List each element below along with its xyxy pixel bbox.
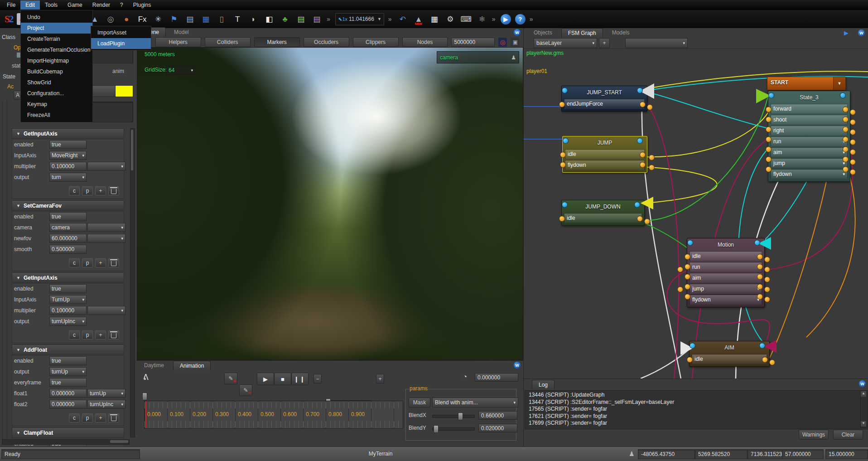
anim-slot-dropdown[interactable]: flydown▾	[690, 295, 762, 305]
wire-junction-dot[interactable]	[850, 129, 856, 135]
zoom-out-button[interactable]: −	[313, 374, 322, 383]
slot-port-left[interactable]	[766, 126, 772, 132]
log-scrollbar[interactable]: ▲▼	[860, 390, 868, 427]
anim-slot-dropdown[interactable]: idle▾	[565, 149, 645, 159]
log-tab[interactable]: Log	[532, 380, 555, 389]
collapse-icon[interactable]: ▼	[16, 131, 20, 136]
add-button[interactable]: +	[95, 330, 106, 340]
slot-port-left[interactable]	[766, 107, 772, 112]
slot-port-left[interactable]	[766, 166, 772, 172]
bonsai-icon[interactable]: ♣	[279, 13, 291, 25]
slot-port-left[interactable]	[560, 162, 566, 168]
paste-button[interactable]: p	[82, 413, 93, 422]
out-port[interactable]	[634, 202, 640, 208]
viewport-button-occluders[interactable]: Occluders	[304, 37, 349, 47]
section-header[interactable]: ▼GetInputAxis	[12, 273, 124, 283]
edit-menu-item-project[interactable]: Project	[21, 23, 92, 34]
keyboard-icon[interactable]: ⌨	[460, 13, 472, 25]
slot-port-right[interactable]	[843, 136, 849, 142]
paste-button[interactable]: p	[82, 186, 93, 195]
window-dock-icon[interactable]: W	[858, 29, 865, 36]
slot-port-right[interactable]	[757, 284, 763, 290]
blendy-value[interactable]: 0.020000	[478, 424, 517, 432]
blendy-slider[interactable]	[432, 427, 475, 431]
slot-port-left[interactable]	[559, 216, 565, 222]
copy-button[interactable]: c	[69, 413, 80, 422]
slot-port-left[interactable]	[685, 274, 690, 280]
slot-port-left[interactable]	[766, 116, 772, 122]
property-ref-dropdown[interactable]: ▾	[87, 306, 125, 315]
copy-button[interactable]: c	[69, 186, 80, 195]
slot-port-left[interactable]	[560, 152, 566, 158]
property-value-field[interactable]: turnUpInc▾	[49, 317, 87, 326]
paste-button[interactable]: p	[82, 258, 93, 267]
in-port[interactable]	[562, 202, 568, 208]
camera-mode-icon[interactable]: ▣	[511, 38, 520, 47]
collapse-icon[interactable]: ▼	[16, 276, 20, 280]
add-button[interactable]: +	[95, 258, 106, 267]
menubar-item-file[interactable]: File	[2, 0, 20, 10]
edit-menu-item-undo[interactable]: Undo	[21, 12, 92, 23]
script-doc-icon[interactable]: ▤	[184, 13, 196, 25]
remove-key-button[interactable]: ✎−	[239, 384, 252, 396]
menubar-item-[interactable]: ?	[115, 0, 128, 10]
anim-slot-dropdown[interactable]: run▾	[771, 136, 848, 146]
property-value-field[interactable]: MoveRight▾	[49, 151, 87, 160]
slot-port-right[interactable]	[757, 294, 763, 300]
wire-junction-dot[interactable]	[764, 286, 770, 292]
play-button[interactable]: ▶	[257, 373, 274, 385]
property-value-field[interactable]: true	[49, 284, 87, 293]
fsm-node-start[interactable]: START▼	[767, 77, 846, 90]
fx-icon[interactable]: Fx	[136, 13, 148, 25]
tab-model[interactable]: Model	[168, 28, 195, 37]
overflow-chevron[interactable]: »	[492, 15, 497, 23]
overflow-chevron[interactable]: »	[530, 15, 534, 23]
slot-port-right[interactable]	[843, 156, 849, 162]
copy-button[interactable]: c	[69, 330, 80, 340]
in-port[interactable]	[768, 92, 774, 98]
fsm-node-state_3[interactable]: State_3forward▾shoot▾right▾run▾aim▾jump▾…	[768, 91, 850, 182]
slot-port-right[interactable]	[843, 116, 849, 122]
anim-slot-dropdown[interactable]: shoot▾	[771, 115, 848, 125]
stop-button[interactable]: ■	[274, 373, 291, 385]
text-tool-icon[interactable]: T	[231, 13, 243, 25]
edit-menu-item-importheightmap[interactable]: ImportHeightmap	[21, 55, 92, 66]
wire-junction-dot[interactable]	[764, 267, 770, 272]
edit-menu-item-freezeall[interactable]: FreezeAll	[21, 110, 92, 121]
wire-junction-dot[interactable]	[850, 109, 856, 115]
property-value-field[interactable]: TurnUp▾	[49, 295, 87, 304]
properties-hscrollbar[interactable]	[2, 439, 130, 445]
slot-port-right[interactable]	[637, 216, 643, 222]
wire-junction-dot[interactable]	[850, 169, 856, 175]
film-reel-icon[interactable]: ✳	[152, 13, 164, 25]
property-ref-dropdown[interactable]: ▾	[87, 223, 125, 232]
property-value-field[interactable]: true	[49, 212, 87, 221]
anim-slot-dropdown[interactable]: idle▾	[690, 251, 762, 261]
property-value-field[interactable]: 0.000000	[49, 389, 87, 398]
wire-junction-dot[interactable]	[644, 218, 650, 224]
property-value-field[interactable]: true	[49, 140, 87, 149]
section-header[interactable]: ▼GetInputAxis	[12, 129, 124, 139]
in-port[interactable]	[562, 87, 568, 93]
slot-port-left[interactable]	[766, 156, 772, 162]
wire-junction-dot[interactable]	[764, 277, 770, 282]
anim-slot-dropdown[interactable]: idle▾	[564, 213, 642, 223]
anim-slot-dropdown[interactable]: flydown▾	[565, 160, 645, 170]
anim-slot-dropdown[interactable]: run▾	[690, 262, 762, 272]
help-icon[interactable]: ?	[515, 14, 526, 24]
stat-tab[interactable]: stat	[12, 63, 20, 69]
edit-menu-item-generateterrainocclusion[interactable]: GenerateTerrainOcclusion	[21, 44, 92, 55]
window-dock-icon[interactable]: W	[859, 380, 866, 387]
properties-vscrollbar[interactable]	[130, 128, 135, 437]
menubar-item-game[interactable]: Game	[63, 0, 87, 10]
property-value-field[interactable]: camera	[49, 223, 87, 232]
wire-junction-dot[interactable]	[850, 119, 856, 125]
submenu-item-loadplugin[interactable]: LoadPlugin	[91, 38, 151, 49]
delete-block-button[interactable]	[108, 186, 119, 195]
log-warnings-button[interactable]: Warnings	[799, 430, 829, 440]
in-port[interactable]	[690, 343, 695, 349]
slot-port-left[interactable]	[766, 146, 772, 152]
undo-icon[interactable]: ↶	[397, 13, 409, 25]
tire-icon[interactable]: ◎	[105, 13, 116, 25]
in-port[interactable]	[563, 138, 569, 144]
